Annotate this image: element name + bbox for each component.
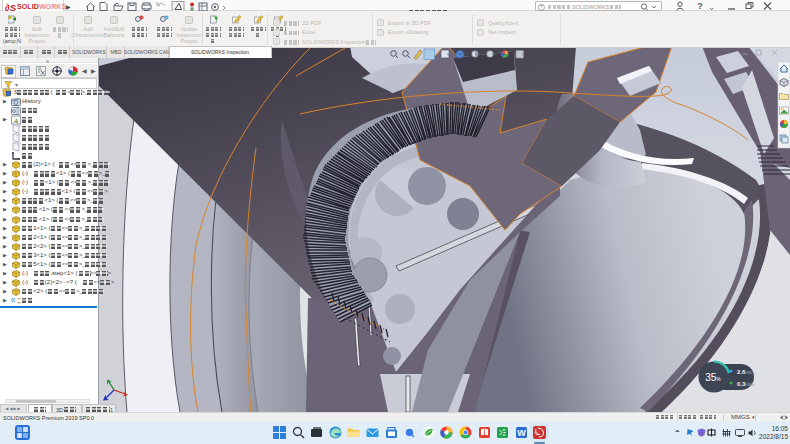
svg-text:?: ? <box>540 5 543 10</box>
svg-text:W: W <box>517 428 526 438</box>
svg-text:0.3KB/s: 0.3KB/s <box>737 381 755 387</box>
svg-text:?: ? <box>697 1 703 11</box>
svg-text:2.6KB/s: 2.6KB/s <box>737 369 755 375</box>
